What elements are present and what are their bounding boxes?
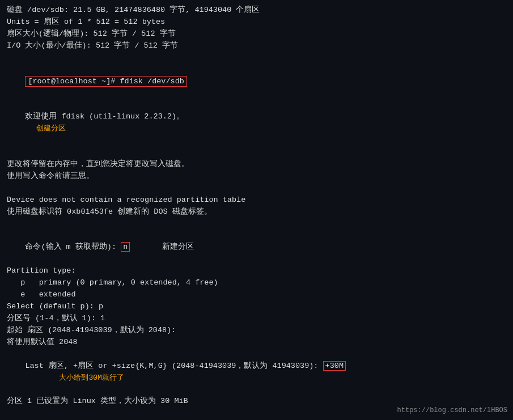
cmd-n-label: 新建分区 (130, 243, 194, 251)
fdisk-command-line: [root@localhost ~]# fdisk /dev/sdb (7, 64, 506, 100)
fdisk-command-box: [root@localhost ~]# fdisk /dev/sdb (25, 76, 186, 87)
cmd-n-box: n (121, 242, 130, 252)
create-partition-annotation: 创建分区 (36, 124, 66, 133)
primary-line: p primary (0 primary, 0 extended, 4 free… (7, 277, 506, 289)
welcome-line: 欢迎使用 fdisk (util-linux 2.23.2)。 创建分区 (7, 99, 506, 147)
cmd-n-line: 命令(输入 m 获取帮助): n 新建分区 (7, 230, 506, 266)
units-line: Units = 扇区 of 1 * 512 = 512 bytes (7, 16, 506, 28)
sector-size-line: 扇区大小(逻辑/物理): 512 字节 / 512 字节 (7, 28, 506, 40)
select-default-line: Select (default p): p (7, 301, 506, 313)
start-sector-line: 起始 扇区 (2048-41943039，默认为 2048): (7, 325, 506, 337)
empty-line-3 (7, 183, 506, 194)
disk-info-line: 磁盘 /dev/sdb: 21.5 GB, 21474836480 字节, 41… (7, 5, 506, 16)
welcome-text: 欢迎使用 fdisk (util-linux 2.23.2)。 (25, 112, 184, 121)
watermark: https://blog.csdn.net/lHBOS (397, 406, 507, 414)
terminal-window: 磁盘 /dev/sdb: 21.5 GB, 21474836480 字节, 41… (0, 0, 513, 420)
dos-label-line: 使用磁盘标识符 0xb01453fe 创建新的 DOS 磁盘标签。 (7, 206, 506, 218)
cmd-n-prompt: 命令(输入 m 获取帮助): (25, 243, 121, 251)
plus30m-box: +30M (323, 361, 346, 371)
empty-line-4 (7, 218, 506, 230)
partition-type-line: Partition type: (7, 265, 506, 277)
default-value-line: 将使用默认值 2048 (7, 337, 506, 349)
last-sector-prompt: Last 扇区, +扇区 or +size{K,M,G} (2048-41943… (25, 362, 323, 370)
empty-line-1 (7, 52, 506, 64)
size-annotation: 大小给到30M就行了 (59, 374, 124, 382)
empty-line-2 (7, 147, 506, 159)
no-partition-line: Device does not contain a recognized par… (7, 194, 506, 206)
io-size-line: I/O 大小(最小/最佳): 512 字节 / 512 字节 (7, 40, 506, 52)
warning-line1: 更改将停留在内存中，直到您决定将更改写入磁盘。 (7, 159, 506, 171)
last-sector-line: Last 扇区, +扇区 or +size{K,M,G} (2048-41943… (7, 349, 506, 396)
partition-num-line: 分区号 (1-4，默认 1): 1 (7, 313, 506, 325)
warning-line2: 使用写入命令前请三思。 (7, 171, 506, 183)
extended-line: e extended (7, 289, 506, 301)
